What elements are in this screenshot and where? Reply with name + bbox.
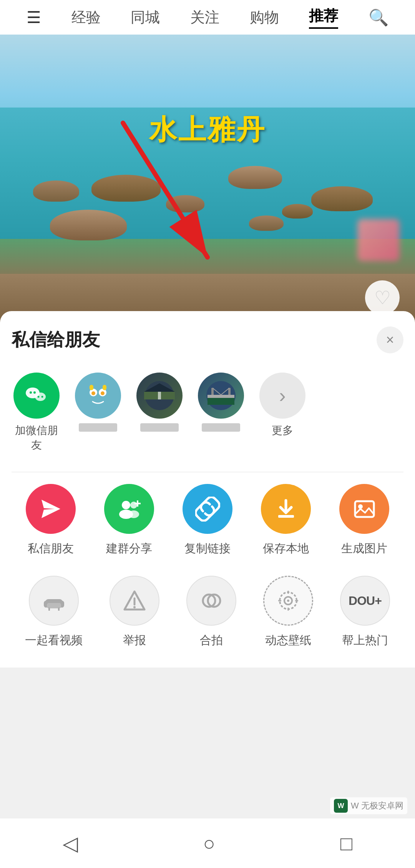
svg-point-12 xyxy=(101,391,105,395)
action-create-group[interactable]: 建群分享 xyxy=(104,484,154,557)
target-icon xyxy=(276,588,301,613)
download-icon xyxy=(274,497,299,522)
svg-point-7 xyxy=(42,396,43,398)
search-icon[interactable]: 🔍 xyxy=(369,8,388,27)
video-content-area: 水上雅丹 ♡ xyxy=(0,35,415,326)
nav-item-local[interactable]: 同城 xyxy=(131,8,160,27)
friend-name-more: 更多 xyxy=(272,423,293,438)
action-label-save: 保存本地 xyxy=(263,541,309,557)
action-row-2: 一起看视频 举报 合拍 xyxy=(12,576,403,648)
create-group-icon xyxy=(104,484,154,534)
watermark-logo: W xyxy=(334,799,348,813)
action-label-group: 建群分享 xyxy=(106,541,152,557)
island-5 xyxy=(282,204,313,219)
action-copy-link[interactable]: 复制链接 xyxy=(183,484,232,557)
svg-point-28 xyxy=(130,502,137,509)
friend-item-2[interactable] xyxy=(73,373,123,432)
action-label-copy: 复制链接 xyxy=(184,541,231,557)
send-icon xyxy=(38,497,63,522)
svg-rect-25 xyxy=(208,398,234,405)
close-button[interactable]: × xyxy=(377,326,403,353)
generate-image-icon xyxy=(339,484,389,534)
nav-item-follow[interactable]: 关注 xyxy=(190,8,219,27)
action-watch-together[interactable]: 一起看视频 xyxy=(25,576,83,648)
svg-rect-33 xyxy=(278,515,294,518)
link-icon xyxy=(195,497,220,522)
svg-rect-41 xyxy=(47,603,61,608)
svg-rect-14 xyxy=(103,385,106,390)
friend-name-blur-4 xyxy=(202,423,240,432)
island-8 xyxy=(311,186,373,211)
wallpaper-icon xyxy=(263,576,313,626)
monster-avatar-icon xyxy=(83,380,113,411)
action-label-watch: 一起看视频 xyxy=(25,633,83,648)
save-local-icon xyxy=(261,484,311,534)
action-trending[interactable]: DOU+ 帮上热门 xyxy=(340,576,390,648)
bridge-avatar-icon xyxy=(206,380,236,411)
friend-avatar-4 xyxy=(198,373,244,419)
svg-point-27 xyxy=(122,501,130,509)
action-label-generate: 生成图片 xyxy=(341,541,387,557)
island-4 xyxy=(228,166,282,189)
svg-rect-13 xyxy=(90,385,93,390)
friend-item-3[interactable] xyxy=(134,373,184,432)
svg-rect-18 xyxy=(158,392,161,399)
svg-point-4 xyxy=(33,391,36,394)
friend-avatar-more: › xyxy=(259,373,305,419)
friends-row: 加微信朋友 xyxy=(12,373,403,460)
friend-name-blur-2 xyxy=(79,423,117,432)
share-panel: 私信给朋友 × 加微信朋友 xyxy=(0,311,415,668)
action-label-report: 举报 xyxy=(123,633,146,648)
friend-avatar-3 xyxy=(136,373,183,419)
nav-item-experience[interactable]: 经验 xyxy=(71,8,101,27)
friend-name-wechat: 加微信朋友 xyxy=(13,423,60,452)
trending-icon: DOU+ xyxy=(340,576,390,626)
wechat-icon xyxy=(23,382,50,409)
action-wallpaper[interactable]: 动态壁纸 xyxy=(263,576,313,648)
watermark-text: W 无极安卓网 xyxy=(351,800,403,812)
svg-point-11 xyxy=(91,391,95,395)
bottom-navigation: ◁ ○ □ xyxy=(0,818,415,868)
action-generate-image[interactable]: 生成图片 xyxy=(339,484,389,557)
hamburger-menu-icon[interactable]: ☰ xyxy=(27,8,41,27)
action-private-message[interactable]: 私信朋友 xyxy=(26,484,76,557)
top-navigation: ☰ 经验 同城 关注 购物 推荐 🔍 xyxy=(0,0,415,35)
island-7 xyxy=(249,215,284,231)
action-save-local[interactable]: 保存本地 xyxy=(261,484,311,557)
friend-item-4[interactable] xyxy=(196,373,246,432)
svg-point-51 xyxy=(287,600,289,602)
road-avatar-icon xyxy=(144,380,175,411)
collab-icon xyxy=(186,576,236,626)
divider-1 xyxy=(12,472,403,472)
friend-avatar-2 xyxy=(75,373,121,419)
dual-circle-icon xyxy=(199,588,224,613)
back-button[interactable]: ◁ xyxy=(63,832,78,855)
friend-item-wechat[interactable]: 加微信朋友 xyxy=(12,373,61,452)
warning-icon xyxy=(122,588,147,613)
svg-point-6 xyxy=(38,396,40,398)
recents-button[interactable]: □ xyxy=(340,832,352,855)
svg-point-30 xyxy=(128,510,139,518)
action-row-1: 私信朋友 建群分享 xyxy=(12,484,403,557)
action-label-collab: 合拍 xyxy=(200,633,223,648)
friend-avatar-wechat xyxy=(13,373,60,419)
nav-item-recommend[interactable]: 推荐 xyxy=(309,6,338,29)
panel-header: 私信给朋友 × xyxy=(12,326,403,353)
svg-line-1 xyxy=(123,123,208,257)
like-button[interactable]: ♡ xyxy=(365,280,400,315)
action-report[interactable]: 举报 xyxy=(110,576,159,648)
watermark: W W 无极安卓网 xyxy=(330,797,407,814)
image-icon xyxy=(352,497,377,522)
svg-point-5 xyxy=(35,393,46,401)
friend-name-blur-3 xyxy=(140,423,179,432)
red-arrow xyxy=(108,111,231,273)
island-1 xyxy=(33,181,79,202)
svg-marker-26 xyxy=(42,500,60,518)
svg-rect-36 xyxy=(355,501,374,517)
friend-item-more[interactable]: › 更多 xyxy=(257,373,307,438)
action-label-private: 私信朋友 xyxy=(28,541,74,557)
action-label-trending: 帮上热门 xyxy=(342,633,388,648)
home-button[interactable]: ○ xyxy=(203,832,215,855)
nav-item-shop[interactable]: 购物 xyxy=(250,8,279,27)
action-collab[interactable]: 合拍 xyxy=(186,576,236,648)
